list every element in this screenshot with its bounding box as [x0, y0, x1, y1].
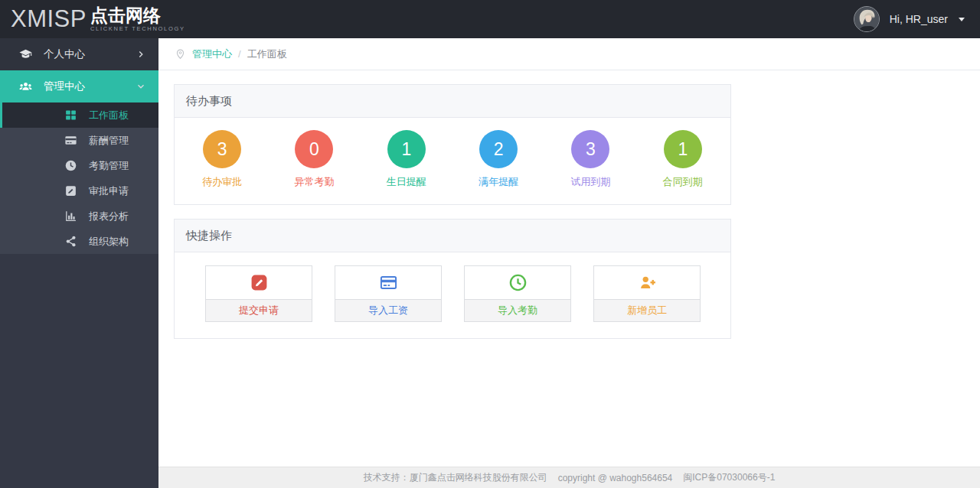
grid-icon: [64, 109, 77, 122]
todo-item-abnormal-attendance[interactable]: 0 异常考勤: [268, 130, 360, 189]
sidebar-subitem-label: 考勤管理: [89, 159, 129, 173]
quick-action-label: 新增员工: [594, 299, 700, 321]
todo-item-label: 合同到期: [663, 175, 703, 189]
user-avatar-photo: [854, 7, 880, 32]
sidebar-subitem-attendance[interactable]: 考勤管理: [0, 153, 158, 178]
sidebar-subitem-approval[interactable]: 审批申请: [0, 178, 158, 203]
quick-panel-title: 快捷操作: [175, 220, 730, 252]
quick-actions-row: 提交申请 导入工资: [175, 252, 730, 338]
breadcrumb-separator: /: [238, 48, 241, 60]
brand-logo-subtitle: CLICKNET TECHNOLOGY: [90, 25, 185, 32]
user-plus-icon: [638, 273, 657, 292]
sidebar-subitem-label: 薪酬管理: [89, 134, 129, 148]
todo-item-birthday-reminder[interactable]: 1 生日提醒: [361, 130, 452, 189]
todo-item-contract-expiry[interactable]: 1 合同到期: [637, 130, 729, 189]
breadcrumb-page: 工作面板: [247, 47, 287, 61]
pencil-badge-icon: [250, 273, 269, 292]
todo-item-label: 待办审批: [202, 175, 242, 189]
caret-down-icon: [959, 18, 965, 21]
user-menu[interactable]: Hi, HR_user: [854, 6, 965, 32]
main-area: 管理中心 / 工作面板 待办事项 3 待办审批 0 异常考勤: [158, 38, 980, 488]
sidebar-item-manage-center[interactable]: 管理中心: [0, 70, 158, 102]
todo-count-badge: 3: [571, 130, 609, 168]
org-nodes-icon: [64, 235, 77, 248]
chevron-right-icon: [136, 49, 146, 60]
todo-count-badge: 3: [203, 130, 241, 168]
user-greeting: Hi, HR_user: [890, 13, 948, 25]
footer-icp-text: 闽ICP备07030066号-1: [683, 471, 775, 484]
quick-action-import-attendance[interactable]: 导入考勤: [464, 265, 571, 322]
users-group-icon: [18, 80, 33, 94]
todo-item-probation-expiry[interactable]: 3 试用到期: [544, 130, 636, 189]
todo-item-anniversary-reminder[interactable]: 2 满年提醒: [452, 130, 544, 189]
sidebar-subitem-label: 报表分析: [89, 210, 129, 223]
sidebar-item-label: 管理中心: [44, 80, 85, 93]
sidebar-item-personal-center[interactable]: 个人中心: [0, 38, 158, 70]
quick-action-label: 导入工资: [335, 299, 441, 321]
content: 待办事项 3 待办审批 0 异常考勤 1 生日提醒: [158, 70, 980, 467]
footer: 技术支持：厦门鑫点击网络科技股份有限公司 copyright @ wahogh5…: [158, 467, 980, 488]
map-pin-icon: [175, 48, 186, 60]
breadcrumb: 管理中心 / 工作面板: [158, 38, 980, 70]
sidebar-subitem-dashboard[interactable]: 工作面板: [0, 102, 158, 128]
brand-logo: XMISP 点击网络 CLICKNET TECHNOLOGY: [11, 6, 185, 31]
quick-action-label: 提交申请: [206, 299, 312, 321]
clock-outline-icon: [508, 273, 528, 292]
brand-logo-cn: 点击网络: [90, 6, 185, 24]
todo-row: 3 待办审批 0 异常考勤 1 生日提醒 2 满年提醒: [175, 118, 730, 204]
sidebar-submenu: 工作面板 薪酬管理 考勤管理: [0, 102, 158, 254]
brand-logo-en: XMISP: [11, 7, 87, 31]
bar-chart-icon: [64, 210, 77, 223]
footer-copyright-text: copyright @ wahogh564654: [558, 473, 673, 483]
sidebar-subitem-reports[interactable]: 报表分析: [0, 203, 158, 229]
todo-panel: 待办事项 3 待办审批 0 异常考勤 1 生日提醒: [174, 84, 731, 205]
sidebar-subitem-label: 审批申请: [89, 184, 129, 198]
quick-action-submit-request[interactable]: 提交申请: [205, 265, 312, 322]
todo-count-badge: 2: [479, 130, 518, 168]
sidebar-subitem-payroll[interactable]: 薪酬管理: [0, 128, 158, 153]
credit-card-icon: [64, 134, 77, 147]
sidebar-item-label: 个人中心: [44, 47, 85, 61]
pencil-square-icon: [64, 184, 77, 197]
todo-item-pending-approvals[interactable]: 3 待办审批: [176, 130, 268, 189]
breadcrumb-section[interactable]: 管理中心: [192, 47, 232, 61]
user-avatar[interactable]: [854, 6, 880, 32]
todo-panel-title: 待办事项: [175, 85, 730, 118]
top-bar: XMISP 点击网络 CLICKNET TECHNOLOGY Hi, HR_us…: [0, 0, 980, 38]
todo-item-label: 满年提醒: [479, 175, 518, 189]
todo-count-badge: 1: [664, 130, 702, 168]
footer-support-text: 技术支持：厦门鑫点击网络科技股份有限公司: [364, 471, 547, 484]
todo-item-label: 生日提醒: [387, 175, 426, 189]
sidebar: 个人中心 管理中心: [0, 38, 158, 488]
todo-count-badge: 0: [295, 130, 333, 168]
graduation-cap-icon: [18, 47, 33, 62]
todo-item-label: 异常考勤: [294, 175, 334, 189]
quick-action-import-salary[interactable]: 导入工资: [335, 265, 442, 322]
sidebar-subitem-label: 组织架构: [89, 235, 129, 249]
clock-icon: [64, 159, 77, 172]
sidebar-subitem-label: 工作面板: [89, 109, 129, 122]
quick-actions-panel: 快捷操作 提交申请: [174, 219, 731, 339]
todo-item-label: 试用到期: [570, 175, 610, 189]
credit-card-outline-icon: [379, 273, 398, 292]
chevron-down-icon: [136, 81, 146, 92]
sidebar-subitem-org-structure[interactable]: 组织架构: [0, 229, 158, 254]
quick-action-label: 导入考勤: [465, 299, 570, 321]
quick-action-add-employee[interactable]: 新增员工: [593, 265, 701, 322]
todo-count-badge: 1: [387, 130, 426, 168]
page-layout: 个人中心 管理中心: [0, 38, 980, 488]
